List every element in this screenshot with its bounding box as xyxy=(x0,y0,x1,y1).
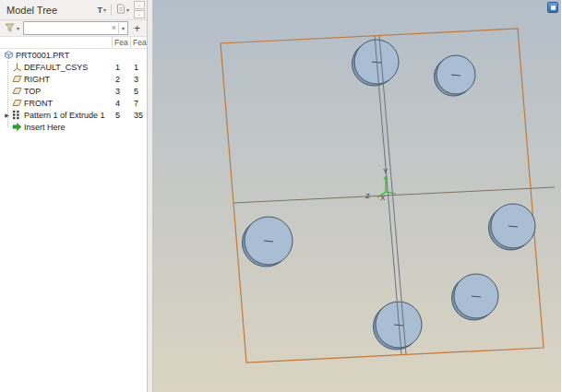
chevron-down-icon: ▾ xyxy=(17,25,19,31)
panel-corner-buttons: ▫ ▫ xyxy=(134,1,145,18)
model-tree-list: PRT0001.PRTDEFAULT_CSYS11RIGHT23TOP35FRO… xyxy=(0,49,147,392)
tree-item-default-csys[interactable]: DEFAULT_CSYS11 xyxy=(0,61,147,73)
model-scene[interactable]: YZX xyxy=(153,0,561,392)
tree-item-label: Pattern 1 of Extrude 1 xyxy=(22,111,112,120)
feat-count-1: 2 xyxy=(112,75,130,84)
tree-item-label: DEFAULT_CSYS xyxy=(22,63,112,72)
tree-item-label: Insert Here xyxy=(22,123,112,132)
part-icon xyxy=(3,50,14,60)
cad-window: Model Tree T ▾ ▾ ▫ ▫ ▾ xyxy=(0,0,562,392)
column-header-spacer xyxy=(0,37,112,48)
feat-count-1: 4 xyxy=(112,99,130,108)
axis-label-z: Z xyxy=(365,192,370,200)
feat-count-2: 7 xyxy=(130,99,147,108)
axis-label-y: Y xyxy=(383,167,389,175)
tree-search-row: ▾ × ▾ + xyxy=(0,20,147,37)
viewport-badge-icon[interactable] xyxy=(547,2,558,13)
datum-plane-icon xyxy=(11,98,22,108)
tree-item-label: PRT0001.PRT xyxy=(14,51,112,60)
panel-minimize-button[interactable]: ▫ xyxy=(134,1,145,9)
feat-count-2: 3 xyxy=(130,75,147,84)
datum-plane-icon xyxy=(11,86,22,96)
tree-item-insert-here[interactable]: Insert Here xyxy=(0,121,147,133)
column-header-feat-2[interactable]: Fea xyxy=(130,37,147,48)
model-tree-header: Model Tree T ▾ ▾ ▫ ▫ xyxy=(0,0,147,20)
panel-title: Model Tree xyxy=(6,5,57,16)
datum-plane-icon xyxy=(11,74,22,84)
model-tree-toolbar: T ▾ ▾ ▫ ▫ xyxy=(95,1,145,18)
toolbar-separator xyxy=(111,4,112,16)
graphics-area[interactable]: YZX xyxy=(153,0,562,392)
tree-search-input[interactable] xyxy=(24,22,110,34)
csys-icon xyxy=(11,62,22,72)
tree-item-label: TOP xyxy=(22,87,112,96)
tree-filter-icon: T xyxy=(97,6,102,15)
chevron-down-icon: ▾ xyxy=(103,6,106,13)
tree-item-label: FRONT xyxy=(22,99,112,108)
chevron-down-icon: ▾ xyxy=(126,6,129,13)
feat-count-1: 5 xyxy=(112,111,130,120)
clear-search-icon[interactable]: × xyxy=(110,22,118,34)
insert-here-icon xyxy=(11,122,22,132)
tree-item-pattern-1-of-extrude-1[interactable]: ▶Pattern 1 of Extrude 1535 xyxy=(0,109,147,121)
expand-arrow-icon[interactable]: ▶ xyxy=(3,112,11,118)
tree-item-right[interactable]: RIGHT23 xyxy=(0,73,147,85)
tree-item-top[interactable]: TOP35 xyxy=(0,85,147,97)
filter-funnel-button[interactable]: ▾ xyxy=(3,21,21,35)
model-tree-panel: Model Tree T ▾ ▾ ▫ ▫ ▾ xyxy=(0,0,148,392)
axis-label-x: X xyxy=(380,194,386,202)
document-icon xyxy=(116,4,126,16)
funnel-icon xyxy=(5,21,15,35)
tree-filter-button[interactable]: T ▾ xyxy=(95,3,108,18)
feat-count-2: 1 xyxy=(130,63,147,72)
tree-item-prt0001-prt[interactable]: PRT0001.PRT xyxy=(0,49,147,61)
pattern-icon xyxy=(11,110,22,120)
feat-count-1: 1 xyxy=(112,63,130,72)
tree-column-headers: Fea Fea xyxy=(0,37,147,49)
feat-count-1: 3 xyxy=(112,87,130,96)
tree-item-front[interactable]: FRONT47 xyxy=(0,97,147,109)
tree-item-label: RIGHT xyxy=(22,75,112,84)
tree-columns-button[interactable]: ▾ xyxy=(114,3,131,18)
tree-search-combo[interactable]: × ▾ xyxy=(23,21,128,35)
column-header-feat-1[interactable]: Fea xyxy=(112,37,130,48)
add-search-button[interactable]: + xyxy=(130,21,144,35)
feat-count-2: 5 xyxy=(130,87,147,96)
panel-options-button[interactable]: ▫ xyxy=(134,10,145,18)
feat-count-2: 35 xyxy=(130,111,147,120)
combo-dropdown-icon[interactable]: ▾ xyxy=(119,25,127,31)
